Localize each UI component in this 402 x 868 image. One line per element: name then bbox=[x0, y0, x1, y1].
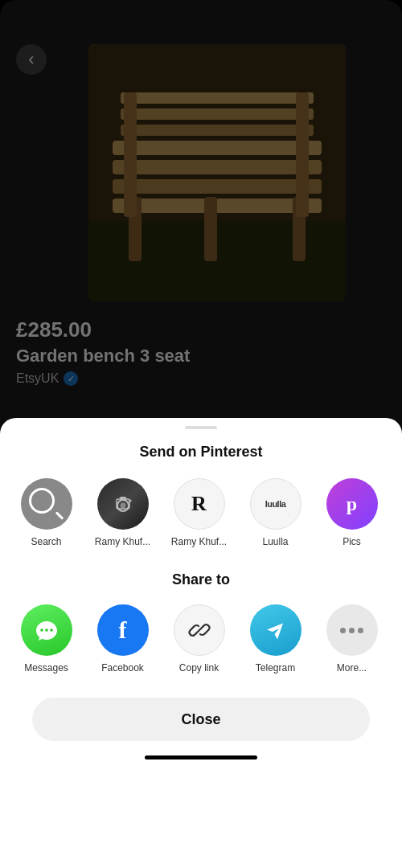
share-to-title: Share to bbox=[0, 571, 402, 588]
home-indicator bbox=[145, 755, 257, 760]
share-label-telegram: Telegram bbox=[256, 662, 295, 674]
svg-point-21 bbox=[50, 628, 53, 632]
luulla-icon: luulla bbox=[250, 478, 302, 530]
share-item-copy-link[interactable]: Copy link bbox=[161, 604, 237, 674]
more-dot-1 bbox=[340, 628, 346, 633]
app-label-pics: Pics bbox=[343, 536, 361, 547]
share-apps-row: Messages f Facebook Copy link Teleg bbox=[0, 604, 402, 674]
app-item-search[interactable]: Search bbox=[8, 478, 84, 547]
app-item-ramy-r[interactable]: R Ramy Khuf... bbox=[161, 478, 237, 547]
app-label-ramy-r: Ramy Khuf... bbox=[171, 536, 227, 547]
share-item-more[interactable]: More... bbox=[314, 604, 390, 674]
app-item-pics[interactable]: p Pics bbox=[314, 478, 390, 547]
svg-rect-17 bbox=[120, 497, 126, 500]
more-icon bbox=[326, 604, 378, 656]
app-label-luulla: Luulla bbox=[262, 536, 288, 547]
share-label-copy-link: Copy link bbox=[179, 662, 219, 674]
send-on-pinterest-title: Send on Pinterest bbox=[0, 444, 402, 461]
share-item-telegram[interactable]: Telegram bbox=[237, 604, 314, 674]
ramy-r-icon: R bbox=[174, 478, 225, 530]
pics-icon: p bbox=[326, 478, 378, 530]
app-label-ramy-photo: Ramy Khuf... bbox=[95, 536, 150, 547]
svg-point-19 bbox=[40, 628, 43, 632]
search-icon bbox=[21, 478, 72, 530]
share-item-messages[interactable]: Messages bbox=[8, 604, 84, 674]
svg-line-22 bbox=[195, 627, 203, 634]
svg-point-15 bbox=[120, 503, 125, 509]
close-button[interactable]: Close bbox=[32, 698, 370, 741]
svg-point-20 bbox=[45, 628, 48, 632]
share-label-messages: Messages bbox=[24, 662, 68, 674]
svg-point-18 bbox=[129, 500, 131, 502]
share-label-facebook: Facebook bbox=[101, 662, 144, 674]
share-item-facebook[interactable]: f Facebook bbox=[84, 604, 161, 674]
facebook-icon: f bbox=[97, 604, 149, 656]
overlay-dim bbox=[0, 0, 402, 438]
ramy-photo-icon bbox=[97, 478, 149, 530]
share-label-more: More... bbox=[337, 662, 367, 674]
bottom-sheet: Send on Pinterest Search Ramy Khuf... R … bbox=[0, 418, 402, 868]
app-item-ramy-photo[interactable]: Ramy Khuf... bbox=[84, 478, 161, 547]
sheet-handle bbox=[185, 426, 217, 429]
telegram-icon bbox=[250, 604, 302, 656]
more-dot-3 bbox=[358, 628, 363, 633]
copy-link-icon bbox=[174, 604, 225, 656]
app-label-search: Search bbox=[31, 536, 61, 547]
app-item-luulla[interactable]: luulla Luulla bbox=[237, 478, 314, 547]
more-dot-2 bbox=[349, 628, 355, 633]
send-apps-row: Search Ramy Khuf... R Ramy Khuf... luull… bbox=[0, 478, 402, 547]
messages-icon bbox=[21, 604, 72, 656]
